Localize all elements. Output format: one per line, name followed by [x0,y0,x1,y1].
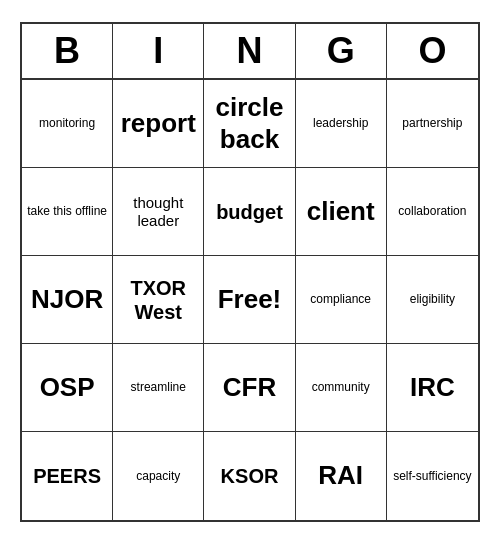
bingo-cell-4[interactable]: partnership [387,80,478,168]
cell-text-9: collaboration [398,204,466,218]
cell-text-3: leadership [313,116,368,130]
header-letter-N: N [204,24,295,78]
cell-text-8: client [307,196,375,227]
bingo-cell-24[interactable]: self-sufficiency [387,432,478,520]
cell-text-23: RAI [318,460,363,491]
bingo-cell-19[interactable]: IRC [387,344,478,432]
bingo-header: BINGO [22,24,478,80]
cell-text-19: IRC [410,372,455,403]
bingo-cell-20[interactable]: PEERS [22,432,113,520]
cell-text-13: compliance [310,292,371,306]
bingo-cell-10[interactable]: NJOR [22,256,113,344]
cell-text-2: circle back [208,92,290,154]
bingo-cell-7[interactable]: budget [204,168,295,256]
cell-text-7: budget [216,200,283,224]
cell-text-4: partnership [402,116,462,130]
bingo-cell-3[interactable]: leadership [296,80,387,168]
bingo-cell-18[interactable]: community [296,344,387,432]
bingo-grid: monitoringreportcircle backleadershippar… [22,80,478,520]
bingo-cell-13[interactable]: compliance [296,256,387,344]
header-letter-B: B [22,24,113,78]
bingo-cell-9[interactable]: collaboration [387,168,478,256]
header-letter-I: I [113,24,204,78]
bingo-cell-14[interactable]: eligibility [387,256,478,344]
bingo-cell-8[interactable]: client [296,168,387,256]
bingo-cell-23[interactable]: RAI [296,432,387,520]
cell-text-24: self-sufficiency [393,469,471,483]
cell-text-15: OSP [40,372,95,403]
cell-text-1: report [121,108,196,139]
bingo-card: BINGO monitoringreportcircle backleaders… [20,22,480,522]
cell-text-16: streamline [131,380,186,394]
cell-text-20: PEERS [33,464,101,488]
bingo-cell-12[interactable]: Free! [204,256,295,344]
cell-text-22: KSOR [221,464,279,488]
cell-text-17: CFR [223,372,276,403]
bingo-cell-6[interactable]: thought leader [113,168,204,256]
bingo-cell-22[interactable]: KSOR [204,432,295,520]
cell-text-14: eligibility [410,292,455,306]
bingo-cell-5[interactable]: take this offline [22,168,113,256]
bingo-cell-21[interactable]: capacity [113,432,204,520]
bingo-cell-11[interactable]: TXOR West [113,256,204,344]
bingo-cell-16[interactable]: streamline [113,344,204,432]
cell-text-12: Free! [218,284,282,315]
cell-text-5: take this offline [27,204,107,218]
bingo-cell-15[interactable]: OSP [22,344,113,432]
bingo-cell-1[interactable]: report [113,80,204,168]
cell-text-6: thought leader [117,194,199,230]
cell-text-10: NJOR [31,284,103,315]
cell-text-0: monitoring [39,116,95,130]
header-letter-G: G [296,24,387,78]
cell-text-21: capacity [136,469,180,483]
header-letter-O: O [387,24,478,78]
cell-text-18: community [312,380,370,394]
bingo-cell-2[interactable]: circle back [204,80,295,168]
bingo-cell-17[interactable]: CFR [204,344,295,432]
cell-text-11: TXOR West [117,276,199,324]
bingo-cell-0[interactable]: monitoring [22,80,113,168]
